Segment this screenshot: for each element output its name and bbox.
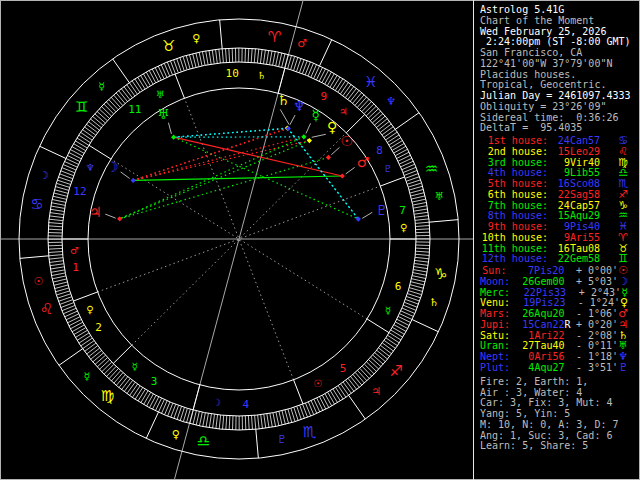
degree-tick bbox=[411, 279, 425, 282]
degree-tick bbox=[49, 216, 63, 218]
degree-tick bbox=[328, 392, 335, 404]
degree-tick bbox=[203, 413, 206, 427]
planet-label: Jupi: bbox=[480, 320, 507, 331]
degree-tick bbox=[48, 245, 62, 246]
planet-pointer-line bbox=[306, 123, 311, 133]
degree-tick bbox=[372, 114, 383, 123]
degree-tick bbox=[411, 282, 425, 285]
degree-tick bbox=[341, 384, 349, 395]
degree-tick bbox=[93, 353, 104, 362]
degree-tick bbox=[355, 95, 364, 106]
degree-tick bbox=[412, 199, 426, 202]
house-label: 6th house: bbox=[480, 190, 548, 201]
degree-tick bbox=[398, 155, 411, 161]
degree-tick bbox=[357, 97, 366, 107]
zodiac-sign-icon: ♈ bbox=[268, 28, 281, 46]
degree-tick bbox=[285, 54, 289, 68]
degree-tick bbox=[270, 413, 272, 427]
degree-tick bbox=[395, 322, 407, 329]
degree-tick bbox=[127, 85, 135, 96]
degree-tick bbox=[343, 84, 351, 95]
degree-tick bbox=[273, 51, 276, 65]
degree-tick bbox=[135, 79, 143, 91]
degree-tick bbox=[52, 276, 66, 279]
degree-tick bbox=[183, 408, 187, 421]
planet-position-dot bbox=[340, 173, 345, 178]
zodiac-sign-icon: ♉ bbox=[162, 37, 175, 55]
degree-tick bbox=[353, 374, 362, 385]
house-boundary-line bbox=[113, 345, 131, 363]
sign-boundary-line bbox=[256, 429, 259, 458]
house-number: 4 bbox=[242, 398, 249, 411]
house-number: 6 bbox=[395, 280, 402, 293]
degree-tick bbox=[55, 285, 69, 289]
degree-tick bbox=[206, 51, 208, 65]
planet-pointer-line bbox=[362, 212, 372, 218]
degree-tick bbox=[369, 360, 379, 370]
degree-tick bbox=[263, 50, 265, 64]
planet-longitude-value: 15Can22 bbox=[507, 320, 564, 331]
zodiac-sign-icon: ♎ bbox=[197, 432, 210, 450]
degree-tick bbox=[77, 333, 89, 340]
degree-tick bbox=[190, 410, 194, 424]
zodiac-sign-icon: ♏ bbox=[303, 423, 317, 441]
degree-tick bbox=[386, 132, 398, 140]
degree-tick bbox=[389, 138, 401, 145]
degree-tick bbox=[155, 398, 161, 411]
degree-tick bbox=[70, 149, 82, 156]
planet-icon-sun: ☉ bbox=[341, 133, 354, 149]
degree-tick bbox=[54, 282, 68, 285]
degree-tick bbox=[261, 415, 263, 429]
house-cusp-row: 12th house:22Gem58♊ bbox=[476, 254, 636, 265]
degree-tick bbox=[226, 48, 227, 62]
degree-tick bbox=[408, 183, 421, 187]
degree-tick bbox=[124, 380, 132, 391]
house-cusp-value: 15Leo29 bbox=[548, 147, 600, 158]
degree-tick bbox=[114, 95, 123, 106]
degree-tick bbox=[111, 97, 120, 107]
degree-tick bbox=[415, 219, 429, 220]
zodiac-sign-icon: ♓ bbox=[364, 73, 377, 91]
degree-tick bbox=[95, 355, 106, 364]
degree-tick bbox=[416, 248, 430, 249]
degree-tick bbox=[206, 413, 208, 427]
house-ruler-icon: ☽ bbox=[212, 397, 221, 408]
planet-icon: ♇ bbox=[618, 363, 628, 374]
house-ruler-icon: ♂ bbox=[70, 245, 79, 256]
degree-tick bbox=[140, 75, 147, 87]
planet-position-row: Jupi:15Can22R+ 0°20'♃ bbox=[476, 320, 636, 331]
degree-tick bbox=[72, 147, 84, 154]
sign-ruler-icon: ☉ bbox=[34, 275, 44, 288]
degree-tick bbox=[74, 328, 86, 335]
sign-ruler-icon: ☿ bbox=[98, 80, 105, 93]
degree-tick bbox=[336, 387, 344, 399]
planet-latitude-value: + 5°03' bbox=[573, 277, 618, 288]
degree-tick bbox=[311, 401, 317, 414]
degree-tick bbox=[89, 348, 100, 357]
degree-tick bbox=[395, 149, 407, 156]
degree-tick bbox=[415, 260, 429, 262]
house-ruler-icon: ☉ bbox=[313, 378, 322, 389]
degree-tick bbox=[152, 69, 158, 81]
degree-tick bbox=[49, 261, 63, 263]
degree-tick bbox=[199, 52, 202, 66]
planet-icon-jupi: ♃ bbox=[89, 204, 102, 220]
degree-tick bbox=[114, 373, 123, 384]
house-boundary-line bbox=[193, 385, 200, 410]
degree-tick bbox=[209, 50, 211, 64]
degree-tick bbox=[322, 395, 329, 407]
degree-tick bbox=[88, 122, 99, 131]
degree-tick bbox=[50, 213, 64, 215]
statistics-line: Learn: 5, Share: 5 bbox=[476, 441, 636, 452]
house-boundary-line bbox=[367, 319, 389, 333]
house-boundary-line bbox=[89, 145, 111, 159]
degree-tick bbox=[282, 411, 285, 425]
degree-tick bbox=[255, 415, 256, 429]
degree-tick bbox=[364, 104, 374, 114]
degree-tick bbox=[374, 116, 385, 125]
sign-boundary-line bbox=[412, 320, 438, 332]
degree-tick bbox=[333, 77, 340, 89]
degree-tick bbox=[132, 386, 140, 398]
degree-tick bbox=[51, 203, 65, 206]
degree-tick bbox=[397, 319, 409, 325]
